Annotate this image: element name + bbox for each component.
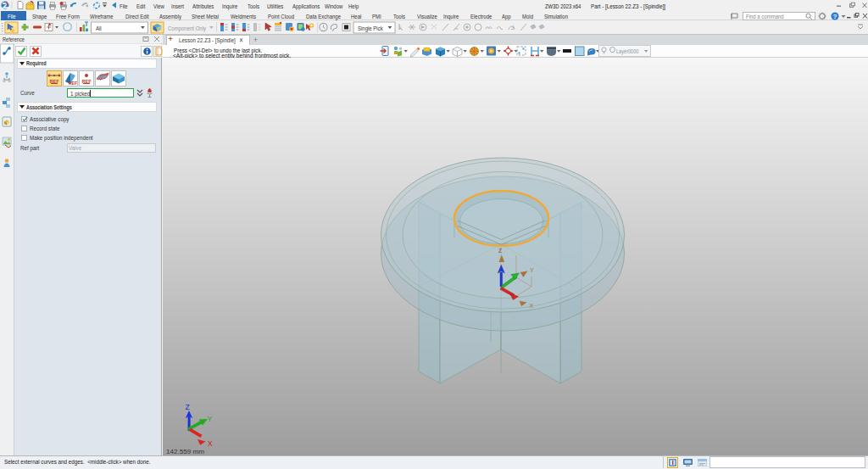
- svg-text:Y: Y: [530, 267, 534, 273]
- svg-text:REF: REF: [82, 79, 92, 84]
- svg-text:Z: Z: [186, 403, 190, 411]
- svg-text:142.559 mm: 142.559 mm: [166, 448, 204, 455]
- svg-text:X: X: [208, 439, 213, 448]
- svg-text:REF: REF: [69, 81, 77, 86]
- svg-text:Y: Y: [208, 415, 213, 423]
- svg-text:REF: REF: [50, 79, 60, 84]
- svg-text:X: X: [530, 303, 534, 309]
- svg-text:Z: Z: [498, 248, 502, 254]
- svg-text:?: ?: [833, 13, 837, 20]
